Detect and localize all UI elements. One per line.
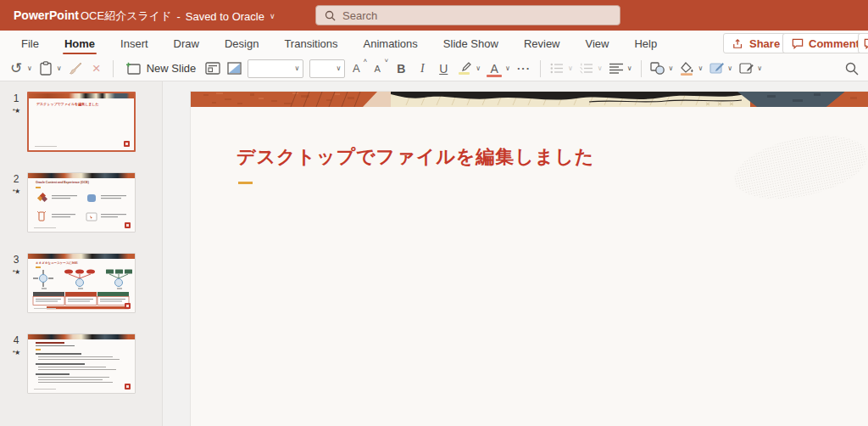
share-icon (732, 38, 744, 49)
mini-deco-band (28, 334, 135, 339)
slide-thumbnail-2[interactable]: Oracle Content and Experience (OCE) (27, 172, 136, 233)
align-button[interactable] (609, 59, 624, 79)
paste-chevron[interactable]: ∨ (57, 64, 62, 72)
toolbar-divider (641, 60, 642, 77)
underline-button[interactable]: U (436, 59, 451, 79)
shape-fill-chevron[interactable]: ∨ (698, 64, 703, 72)
numbering-button[interactable] (579, 59, 594, 79)
mini-gold-dash (36, 349, 41, 350)
tab-animations[interactable]: Animations (351, 31, 431, 56)
shapes-button[interactable] (650, 59, 665, 79)
paste-button[interactable] (38, 59, 53, 79)
mini-slide-title: Oracle Content and Experience (OCE) (36, 181, 89, 184)
tab-draw[interactable]: Draw (161, 31, 212, 56)
slide-number: 4 (14, 334, 19, 346)
mini-diagram (28, 268, 136, 312)
magnifier-icon (845, 62, 859, 76)
font-size-select[interactable]: ∨ (309, 59, 345, 78)
numbering-chevron[interactable]: ∨ (598, 64, 603, 72)
transition-star-icon: *★ (13, 107, 19, 115)
search-input[interactable] (342, 9, 580, 22)
shape-outline-chevron[interactable]: ∨ (727, 64, 732, 72)
paint-bucket-icon (680, 62, 694, 76)
decorative-art-band (191, 92, 868, 107)
transition-star-icon: *★ (13, 188, 19, 195)
bullets-button[interactable] (549, 59, 565, 79)
slide-number: 1 (14, 92, 19, 104)
italic-button[interactable]: I (415, 59, 430, 79)
current-slide[interactable]: デスクトップでファイルを編集しました (191, 92, 868, 426)
mini-footer-line (34, 227, 56, 229)
mini-slide-title: デスクトップでファイルを編集しました (36, 102, 99, 106)
font-overflow-button[interactable]: ··· (516, 59, 531, 79)
new-slide-button[interactable]: New Slide (122, 62, 200, 75)
tab-view[interactable]: View (573, 31, 622, 56)
mini-deco-band (28, 173, 135, 178)
slide-number: 3 (14, 254, 19, 266)
bold-button[interactable]: B (393, 59, 409, 79)
font-name-select[interactable]: ∨ (248, 59, 303, 78)
tab-home[interactable]: Home (52, 31, 108, 56)
slide-thumbnail-4[interactable] (27, 334, 136, 394)
slide-thumbnail-3[interactable]: さまざまなユースケースに対応 (27, 253, 136, 313)
slide-number: 2 (14, 173, 19, 185)
grow-font-button[interactable]: A˄ (351, 59, 366, 79)
tab-design[interactable]: Design (212, 31, 271, 56)
find-button[interactable] (844, 59, 860, 79)
text-box-button[interactable] (738, 59, 754, 79)
text-box-chevron[interactable]: ∨ (757, 64, 762, 72)
active-tab-underline (63, 53, 97, 54)
format-painter-button[interactable] (68, 59, 83, 79)
designer-icon (227, 62, 242, 75)
menu-bar: File Home Insert Draw Design Transitions… (0, 31, 868, 56)
tab-review[interactable]: Review (511, 31, 573, 56)
bullet-list-icon (550, 63, 564, 74)
shapes-icon (650, 62, 665, 75)
slide-thumbnail-1[interactable]: デスクトップでファイルを編集しました (27, 92, 136, 152)
tab-help[interactable]: Help (621, 31, 670, 56)
highlight-chevron[interactable]: ∨ (476, 64, 481, 72)
font-color-chevron[interactable]: ∨ (505, 64, 510, 72)
shape-outline-button[interactable] (709, 59, 724, 79)
comment-icon (792, 38, 804, 49)
text-box-icon (739, 62, 754, 75)
font-color-button[interactable]: A (487, 59, 502, 79)
tab-transitions[interactable]: Transitions (271, 31, 350, 56)
bullets-chevron[interactable]: ∨ (568, 64, 573, 72)
document-title: OCE紹介スライド (81, 8, 171, 24)
search-box[interactable] (315, 5, 620, 25)
title-bar: PowerPoint OCE紹介スライド - Saved to Oracle ∨ (0, 0, 868, 31)
new-slide-icon (125, 62, 141, 75)
align-chevron[interactable]: ∨ (627, 64, 632, 72)
mini-footer-line (35, 146, 57, 148)
mini-feature-grid (28, 190, 136, 227)
mini-title-line (36, 342, 64, 344)
tab-slide-show[interactable]: Slide Show (431, 31, 511, 56)
shapes-chevron[interactable]: ∨ (669, 64, 674, 72)
shrink-font-button[interactable]: A˅ (372, 59, 387, 79)
shape-fill-button[interactable] (679, 59, 694, 79)
catch-up-button[interactable] (858, 33, 868, 53)
tab-file[interactable]: File (8, 31, 52, 56)
slide-title-text[interactable]: デスクトップでファイルを編集しました (236, 144, 594, 170)
slide-row-1: 1 *★ デスクトップでファイルを編集しました (0, 92, 162, 152)
align-text-icon (609, 63, 623, 74)
undo-button[interactable]: ↺ (8, 59, 24, 79)
tab-insert[interactable]: Insert (108, 31, 161, 56)
paintbrush-icon (69, 62, 82, 75)
title-separator: - (176, 10, 180, 23)
layout-button[interactable] (205, 59, 220, 79)
highlight-color-button[interactable] (457, 59, 472, 79)
gold-accent-dash (238, 182, 253, 184)
designer-button[interactable] (226, 59, 242, 79)
editing-canvas[interactable]: デスクトップでファイルを編集しました (164, 81, 868, 426)
share-button[interactable]: Share (723, 33, 789, 53)
mini-subtitle-line (36, 345, 75, 347)
delete-button[interactable]: × (89, 59, 104, 79)
undo-chevron[interactable]: ∨ (27, 64, 32, 72)
slide-thumbnail-panel: 1 *★ デスクトップでファイルを編集しました 2 *★ Oracle Cont… (0, 81, 163, 426)
slide-row-4: 4 *★ (0, 334, 162, 394)
document-title-dropdown[interactable]: OCE紹介スライド - Saved to Oracle ∨ (81, 8, 275, 24)
comments-button[interactable]: Comments (782, 33, 868, 53)
oracle-logo-mark (124, 141, 130, 147)
